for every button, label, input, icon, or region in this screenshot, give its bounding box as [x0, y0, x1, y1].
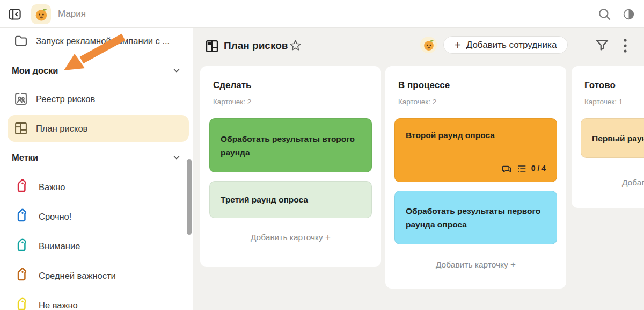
card-text: Обработать результаты второго раунда — [221, 132, 361, 159]
kanban-card[interactable]: Третий раунд опроса — [209, 181, 372, 218]
plus-icon: + — [325, 232, 331, 242]
sidebar-scrollbar[interactable] — [187, 159, 192, 235]
card-text: Обработать результаты первого раунда опр… — [406, 204, 546, 231]
add-card-button[interactable]: Добавить карточку + — [394, 259, 557, 270]
column-card-count: Карточек: 1 — [584, 98, 644, 106]
topbar: Мария — [0, 0, 644, 28]
member-avatar[interactable] — [420, 37, 437, 53]
sidebar: Запуск рекламной кампании с ... Мои доск… — [0, 28, 193, 310]
kanban-column-todo: Сделать Карточек: 2 Обработать результат… — [200, 66, 381, 267]
sidebar-tag-important[interactable]: Важно — [8, 175, 185, 199]
sidebar-tag-medium[interactable]: Средней важности — [8, 264, 185, 287]
theme-contrast-icon[interactable] — [623, 8, 635, 20]
column-title: Готово — [584, 80, 644, 91]
plus-icon: + — [455, 40, 461, 51]
sidebar-item-project[interactable]: Запуск рекламной кампании с ... — [8, 29, 189, 53]
sidebar-item-label: План рисков — [36, 124, 87, 134]
comments-icon — [501, 163, 512, 174]
section-label: Метки — [12, 153, 38, 163]
sidebar-tag-urgent[interactable]: Срочно! — [8, 205, 185, 228]
kanban-card[interactable]: Второй раунд опроса — [394, 118, 557, 182]
card-badges: 0 / 4 — [406, 162, 546, 175]
card-text: Третий раунд опроса — [221, 193, 361, 206]
user-avatar[interactable] — [31, 4, 51, 24]
tag-label: Важно — [39, 182, 65, 192]
card-text: Второй раунд опроса — [406, 128, 546, 142]
sidebar-tag-not-important[interactable]: Не важно — [8, 293, 185, 310]
tag-icon — [14, 238, 31, 254]
kanban-card[interactable]: Обработать результаты первого раунда опр… — [394, 191, 557, 244]
kanban-card[interactable]: Обработать результаты второго раунда — [209, 118, 372, 172]
sidebar-item-risk-plan[interactable]: План рисков — [8, 115, 189, 142]
search-icon[interactable] — [597, 7, 612, 21]
kanban-column-in-progress: В процессе Карточек: 2 Второй раунд опро… — [385, 66, 566, 289]
registry-icon — [13, 91, 28, 106]
app-window: Мария Запуск рекламной кампании с ... — [0, 0, 644, 310]
card-text: Первый раунд опроса — [592, 132, 644, 145]
tag-icon — [14, 297, 31, 310]
column-card-count: Карточек: 2 — [213, 98, 372, 106]
folder-icon — [13, 33, 28, 48]
sidebar-item-label: Реестр рисков — [36, 94, 95, 104]
emoji-avatar-icon — [33, 6, 49, 23]
column-card-count: Карточек: 2 — [398, 98, 557, 106]
board-title: План рисков — [224, 40, 288, 52]
section-label: Мои доски — [12, 66, 58, 76]
tag-icon — [14, 268, 31, 284]
kanban-column-done: Готово Карточек: 1 Первый раунд опроса Д… — [572, 66, 644, 208]
sidebar-section-labels[interactable]: Метки — [12, 149, 181, 165]
add-member-label: Добавить сотрудника — [466, 40, 557, 51]
user-name: Мария — [58, 0, 86, 28]
more-options-icon[interactable] — [622, 38, 628, 53]
tag-label: Не важно — [39, 300, 78, 310]
tag-icon — [14, 179, 31, 195]
tag-icon — [14, 208, 31, 225]
filter-icon[interactable] — [594, 37, 610, 53]
chevron-down-icon — [172, 153, 181, 162]
sidebar-section-my-boards[interactable]: Мои доски — [12, 62, 181, 78]
tag-label: Внимание — [39, 241, 80, 251]
add-member-button[interactable]: + Добавить сотрудника — [443, 36, 568, 54]
add-card-button[interactable]: Добавить карточку + — [209, 232, 372, 243]
sidebar-item-risk-registry[interactable]: Реестр рисков — [8, 87, 189, 111]
chevron-down-icon — [172, 66, 181, 75]
tag-label: Средней важности — [39, 271, 116, 281]
add-card-button[interactable]: Добавить карточку + — [581, 177, 644, 188]
checklist-icon — [516, 163, 527, 174]
kanban-card[interactable]: Первый раунд опроса — [581, 118, 644, 158]
tag-label: Срочно! — [39, 212, 71, 222]
sidebar-tag-attention[interactable]: Внимание — [8, 234, 185, 258]
column-title: В процессе — [398, 80, 557, 91]
plus-icon: + — [510, 259, 516, 270]
board-area: План рисков + Добавить сотрудника — [193, 28, 644, 310]
kanban-board-icon — [13, 121, 28, 136]
favorite-star-icon[interactable] — [289, 39, 302, 52]
column-title: Сделать — [213, 80, 372, 91]
board-kanban-icon — [204, 39, 219, 54]
checklist-progress: 0 / 4 — [531, 162, 546, 175]
emoji-avatar-icon — [422, 38, 436, 52]
sidebar-item-label: Запуск рекламной кампании с ... — [36, 36, 170, 46]
collapse-sidebar-icon[interactable] — [8, 7, 22, 21]
